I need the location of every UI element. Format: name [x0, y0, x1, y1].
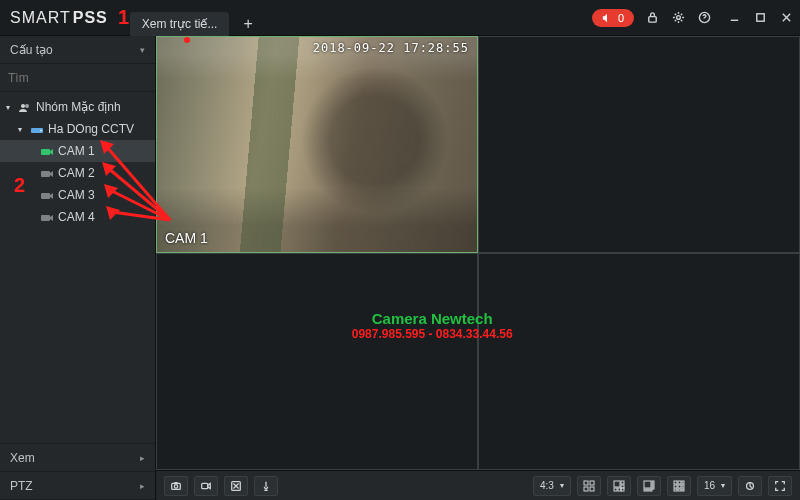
record-button[interactable]	[194, 476, 218, 496]
group-icon	[18, 102, 32, 112]
tab-live-view[interactable]: Xem trực tiế...	[130, 12, 230, 36]
footer-toolbar: 4:3▾ 16▾	[156, 470, 800, 500]
layout-8-button[interactable]	[637, 476, 661, 496]
svg-rect-28	[652, 481, 654, 483]
tour-button[interactable]	[738, 476, 762, 496]
svg-rect-39	[682, 485, 684, 488]
video-cell-1[interactable]: 2018-09-22 17:28:55 CAM 1	[156, 36, 478, 253]
tree-cam-3[interactable]: CAM 3	[0, 184, 155, 206]
help-icon[interactable]	[696, 10, 712, 26]
svg-rect-29	[652, 484, 654, 486]
fullscreen-button[interactable]	[768, 476, 792, 496]
svg-rect-12	[41, 215, 50, 221]
logo-text-1: SMART	[10, 9, 71, 27]
chevron-right-icon: ▸	[140, 481, 145, 491]
maximize-button[interactable]	[752, 10, 768, 26]
video-cell-2[interactable]	[478, 36, 800, 253]
osd-camera-name: CAM 1	[165, 230, 208, 246]
stop-all-button[interactable]	[224, 476, 248, 496]
device-tree: ▾ Nhóm Mặc định ▾ Ha DOng CCTV CAM 1 CAM…	[0, 92, 155, 443]
svg-rect-40	[674, 489, 677, 491]
sidebar-section-label: PTZ	[10, 479, 33, 493]
search-input[interactable]	[8, 71, 158, 85]
svg-rect-17	[584, 481, 588, 485]
svg-rect-9	[41, 149, 50, 155]
svg-rect-21	[614, 481, 620, 487]
volume-icon	[602, 13, 612, 23]
gear-icon[interactable]	[670, 10, 686, 26]
svg-rect-41	[678, 489, 681, 491]
logo-text-2: PSS	[73, 9, 108, 27]
tree-cam-1[interactable]: CAM 1	[0, 140, 155, 162]
svg-rect-36	[682, 481, 684, 484]
video-feed	[157, 37, 477, 252]
layout-9-button[interactable]	[667, 476, 691, 496]
title-icon-group	[644, 10, 712, 26]
osd-timestamp: 2018-09-22 17:28:55	[313, 41, 469, 55]
svg-rect-19	[584, 487, 588, 491]
svg-rect-3	[756, 14, 763, 21]
sidebar-section-label: Cấu tạo	[10, 43, 53, 57]
svg-rect-27	[644, 481, 651, 488]
tree-cam-label: CAM 2	[58, 166, 95, 180]
layout-count-label: 16	[704, 480, 715, 491]
sidebar-section-view[interactable]: Xem ▸	[0, 444, 155, 472]
svg-rect-32	[647, 489, 649, 491]
svg-point-14	[174, 484, 177, 487]
svg-rect-26	[621, 488, 624, 491]
svg-rect-22	[621, 481, 624, 484]
camera-icon	[40, 168, 54, 178]
nvr-icon	[30, 124, 44, 134]
app-window: SMART PSS Xem trực tiế... + 0 17:18:56 C…	[0, 0, 800, 500]
svg-rect-42	[682, 489, 684, 491]
window-controls	[726, 10, 794, 26]
svg-rect-0	[648, 17, 655, 23]
aspect-ratio-select[interactable]: 4:3▾	[533, 476, 571, 496]
app-body: Cấu tạo ▾ ▾ Nhóm Mặc định ▾ Ha DOng CCTV	[0, 36, 800, 500]
svg-rect-35	[678, 481, 681, 484]
camera-icon	[40, 146, 54, 156]
talk-button[interactable]	[254, 476, 278, 496]
layout-4-button[interactable]	[577, 476, 601, 496]
expand-icon: ▾	[6, 103, 14, 112]
snapshot-button[interactable]	[164, 476, 188, 496]
chevron-down-icon: ▾	[140, 45, 145, 55]
aspect-ratio-label: 4:3	[540, 480, 554, 491]
main-panel: 2018-09-22 17:28:55 CAM 1 4:3▾	[156, 36, 800, 500]
svg-rect-33	[650, 489, 652, 491]
sidebar-section-ptz[interactable]: PTZ ▸	[0, 472, 155, 500]
tree-cam-label: CAM 4	[58, 210, 95, 224]
minimize-button[interactable]	[726, 10, 742, 26]
svg-rect-20	[590, 487, 594, 491]
svg-point-6	[25, 104, 29, 108]
sidebar-search	[0, 64, 155, 92]
tree-device-label: Ha DOng CCTV	[48, 122, 134, 136]
titlebar: SMART PSS Xem trực tiế... + 0	[0, 0, 800, 36]
tree-cam-2[interactable]: CAM 2	[0, 162, 155, 184]
tree-group-default[interactable]: ▾ Nhóm Mặc định	[0, 96, 155, 118]
tab-add-button[interactable]: +	[243, 15, 252, 33]
expand-icon: ▾	[18, 125, 26, 134]
tree-device[interactable]: ▾ Ha DOng CCTV	[0, 118, 155, 140]
svg-rect-38	[678, 485, 681, 488]
svg-rect-18	[590, 481, 594, 485]
svg-rect-37	[674, 485, 677, 488]
footer-left-group	[164, 476, 278, 496]
sidebar-section-structure[interactable]: Cấu tạo ▾	[0, 36, 155, 64]
tree-cam-4[interactable]: CAM 4	[0, 206, 155, 228]
svg-point-8	[40, 130, 42, 132]
camera-icon	[40, 190, 54, 200]
video-grid: 2018-09-22 17:28:55 CAM 1	[156, 36, 800, 470]
alert-pill[interactable]: 0	[592, 9, 634, 27]
app-logo: SMART PSS	[10, 9, 108, 27]
lock-icon[interactable]	[644, 10, 660, 26]
close-button[interactable]	[778, 10, 794, 26]
svg-rect-10	[41, 171, 50, 177]
layout-16-button[interactable]: 16▾	[697, 476, 732, 496]
svg-rect-31	[644, 489, 646, 491]
svg-point-5	[21, 104, 25, 108]
video-cell-4[interactable]	[478, 253, 800, 470]
video-cell-3[interactable]	[156, 253, 478, 470]
tree-cam-label: CAM 1	[58, 144, 95, 158]
layout-6-button[interactable]	[607, 476, 631, 496]
